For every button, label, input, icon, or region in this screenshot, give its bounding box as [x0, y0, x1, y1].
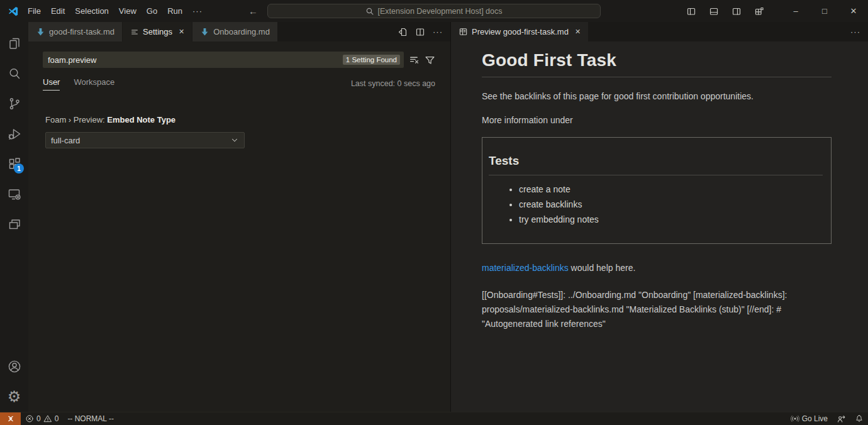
- backlink-suffix: would help here.: [569, 263, 636, 273]
- tab-label: Preview good-first-task.md: [472, 27, 569, 36]
- preview-paragraph-1: See the backlinks of this page for good …: [482, 91, 832, 101]
- right-tabs-bar: Preview good-first-task.md ✕ ···: [451, 22, 868, 41]
- tab-label: Settings: [143, 27, 172, 36]
- settings-search-box: 1 Setting Found: [43, 52, 404, 68]
- tab-label: good-first-task.md: [49, 27, 114, 36]
- chevron-down-icon: [230, 136, 239, 145]
- materialized-backlinks-link[interactable]: materialized-backlinks: [482, 263, 569, 273]
- tab-label: Onboarding.md: [213, 27, 270, 36]
- source-control-icon[interactable]: [0, 89, 28, 119]
- customize-layout-icon[interactable]: [751, 3, 767, 19]
- run-debug-icon[interactable]: [0, 119, 28, 149]
- toggle-sidebar-icon[interactable]: [683, 3, 699, 19]
- menu-go[interactable]: Go: [142, 4, 162, 18]
- command-center-label: [Extension Development Host] docs: [377, 7, 502, 16]
- extensions-icon[interactable]: 1: [0, 149, 28, 179]
- accounts-icon[interactable]: [0, 351, 28, 382]
- embed-note-type-select[interactable]: full-card: [45, 132, 245, 148]
- footer-line: [[Onboarding#Tests]]: ../Onboarding.md "…: [482, 288, 832, 302]
- problems-indicator[interactable]: 0 0: [21, 412, 63, 425]
- go-back-icon[interactable]: ←: [248, 6, 258, 16]
- menu-edit[interactable]: Edit: [46, 4, 70, 18]
- warning-count: 0: [55, 414, 59, 423]
- menu-view[interactable]: View: [114, 4, 142, 18]
- list-item: create backlinks: [519, 199, 825, 209]
- editor-group-right: Preview good-first-task.md ✕ ··· Good Fi…: [451, 22, 868, 412]
- embedded-note-list: create a note create backlinks try embed…: [489, 184, 825, 224]
- tab-settings[interactable]: Settings ✕: [123, 22, 192, 41]
- error-icon: [25, 414, 34, 423]
- tab-onboarding[interactable]: Onboarding.md: [192, 22, 278, 41]
- layout-controls: [683, 3, 767, 19]
- embedded-note-card: Tests create a note create backlinks try…: [482, 137, 832, 244]
- close-tab-icon[interactable]: ✕: [179, 28, 184, 36]
- clear-settings-search-icon[interactable]: [409, 55, 420, 65]
- more-actions-icon[interactable]: ···: [850, 27, 860, 36]
- close-window-button[interactable]: ✕: [839, 0, 868, 22]
- toggle-secondary-sidebar-icon[interactable]: [728, 3, 745, 19]
- bell-icon: [855, 414, 864, 423]
- left-editor-actions: ···: [398, 22, 450, 41]
- explorer-icon[interactable]: [0, 28, 28, 58]
- settings-editor: 1 Setting Found User Workspace Last s: [28, 41, 450, 412]
- menu-selection[interactable]: Selection: [70, 4, 113, 18]
- divider: [489, 175, 823, 175]
- menu-run[interactable]: Run: [162, 4, 187, 18]
- markdown-file-icon: [36, 27, 45, 36]
- menu-more-icon[interactable]: ···: [187, 4, 208, 18]
- vscode-logo-icon: [6, 4, 20, 18]
- search-icon: [365, 7, 374, 16]
- remote-explorer-icon[interactable]: [0, 179, 28, 209]
- maximize-button[interactable]: □: [810, 0, 839, 22]
- go-live-button[interactable]: Go Live: [786, 412, 832, 425]
- list-item: create a note: [519, 184, 825, 194]
- filter-settings-icon[interactable]: [425, 55, 435, 65]
- select-value: full-card: [51, 136, 80, 145]
- broadcast-icon: [791, 414, 799, 423]
- vscode-window: File Edit Selection View Go Run ··· ← → …: [0, 0, 868, 425]
- menu-bar: File Edit Selection View Go Run ···: [23, 4, 208, 18]
- live-share-icon: [837, 414, 846, 424]
- list-item: try embedding notes: [519, 214, 825, 224]
- settings-scope-tabs: User Workspace Last synced: 0 secs ago: [43, 76, 435, 91]
- tab-preview-good-first-task[interactable]: Preview good-first-task.md ✕: [451, 22, 589, 41]
- split-editor-icon[interactable]: [415, 27, 425, 37]
- activity-bar: 1 ⚙: [0, 22, 28, 412]
- search-view-icon[interactable]: [0, 58, 28, 89]
- extensions-badge: 1: [14, 163, 24, 174]
- footer-line: "Autogenerated link references": [482, 317, 832, 331]
- go-live-label: Go Live: [802, 414, 828, 423]
- link-references-paragraph: [[Onboarding#Tests]]: ../Onboarding.md "…: [482, 288, 832, 331]
- notifications-button[interactable]: [850, 412, 868, 425]
- settings-gear-icon[interactable]: ⚙: [0, 382, 28, 412]
- settings-search-input[interactable]: [48, 55, 343, 65]
- more-actions-icon[interactable]: ···: [433, 27, 443, 36]
- status-bar: 0 0 -- NORMAL -- Go Live: [0, 412, 868, 425]
- title-bar: File Edit Selection View Go Run ··· ← → …: [0, 0, 868, 22]
- vim-mode-label: -- NORMAL --: [67, 414, 114, 423]
- scope-tab-user[interactable]: User: [43, 77, 60, 91]
- live-share-button[interactable]: [832, 412, 850, 425]
- minimize-button[interactable]: –: [781, 0, 810, 22]
- warning-icon: [43, 414, 52, 423]
- settings-found-badge: 1 Setting Found: [343, 55, 400, 65]
- right-editor-actions: ···: [850, 22, 868, 41]
- markdown-preview-icon: [459, 27, 468, 36]
- tab-good-first-task[interactable]: good-first-task.md: [28, 22, 123, 41]
- command-center-search[interactable]: [Extension Development Host] docs: [267, 4, 601, 18]
- setting-name: Embed Note Type: [107, 115, 175, 124]
- last-synced-label: Last synced: 0 secs ago: [351, 79, 435, 88]
- preview-title: Good First Task: [482, 50, 832, 70]
- close-tab-icon[interactable]: ✕: [575, 28, 581, 36]
- vim-mode-indicator[interactable]: -- NORMAL --: [63, 412, 118, 425]
- remote-indicator[interactable]: [0, 412, 21, 425]
- markdown-file-icon: [200, 27, 209, 36]
- open-settings-json-icon[interactable]: [398, 27, 408, 37]
- editor-group-left: good-first-task.md Settings ✕ Onboarding…: [28, 22, 450, 412]
- menu-file[interactable]: File: [23, 4, 46, 18]
- toggle-panel-icon[interactable]: [706, 3, 722, 19]
- editor-layouts-icon[interactable]: [0, 209, 28, 240]
- scope-tab-workspace[interactable]: Workspace: [74, 77, 114, 90]
- setting-embed-note-type: Foam › Preview: Embed Note Type full-car…: [43, 115, 435, 148]
- preview-paragraph-2: More information under: [482, 115, 832, 125]
